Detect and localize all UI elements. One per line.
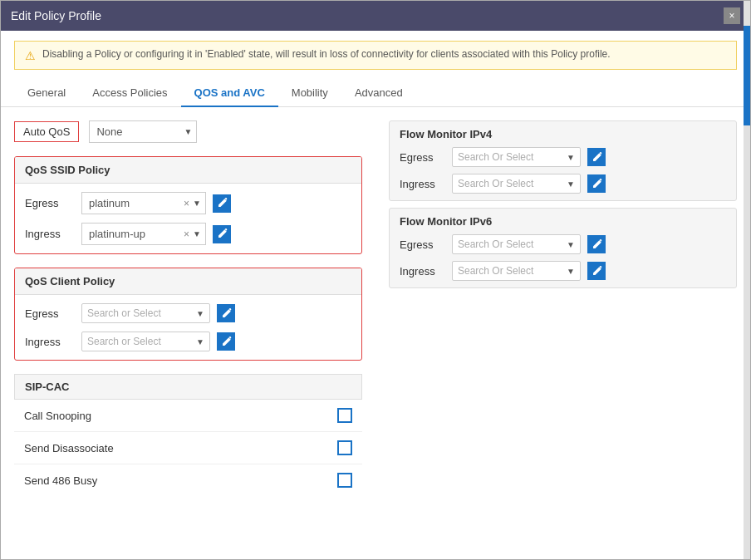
left-column: Auto QoS None ▼ QoS SSID Policy Egress xyxy=(14,120,362,496)
pencil-icon xyxy=(591,266,602,277)
call-snooping-label: Call Snooping xyxy=(24,410,91,422)
modal-title: Edit Policy Profile xyxy=(11,9,101,22)
ssid-egress-edit-button[interactable] xyxy=(213,194,231,213)
fmv6-ingress-edit-button[interactable] xyxy=(587,262,606,280)
ssid-egress-select-wrapper: platinum × ▼ xyxy=(81,192,206,214)
ssid-egress-clear-button[interactable]: × xyxy=(184,198,189,209)
ssid-ingress-clear-button[interactable]: × xyxy=(184,228,189,240)
client-ingress-arrow: ▼ xyxy=(196,337,204,346)
client-egress-arrow: ▼ xyxy=(196,309,204,318)
sip-cac-call-snooping: Call Snooping xyxy=(14,400,362,432)
auto-qos-row: Auto QoS None ▼ xyxy=(14,120,362,143)
fmv6-ingress-placeholder: Search Or Select xyxy=(458,265,533,277)
warning-icon: ⚠ xyxy=(25,49,36,62)
auto-qos-label: Auto QoS xyxy=(14,121,79,142)
fmv4-egress-row: Egress Search Or Select ▼ xyxy=(400,147,726,167)
ssid-egress-label: Egress xyxy=(25,197,75,209)
right-column: Flow Monitor IPv4 Egress Search Or Selec… xyxy=(389,120,737,496)
send-disassociate-label: Send Disassociate xyxy=(24,442,114,454)
client-egress-edit-button[interactable] xyxy=(217,304,235,322)
pencil-icon xyxy=(221,336,232,347)
client-egress-label: Egress xyxy=(25,307,75,320)
close-button[interactable]: × xyxy=(724,7,740,24)
ssid-ingress-row: Ingress platinum-up × ▼ xyxy=(25,223,351,245)
qos-ssid-policy-box: QoS SSID Policy Egress platinum × ▼ xyxy=(14,156,362,254)
fmv4-ingress-edit-button[interactable] xyxy=(587,174,606,193)
pencil-icon xyxy=(591,239,602,250)
qos-client-policy-body: Egress Search or Select ▼ Ingress xyxy=(15,295,361,360)
pencil-icon xyxy=(591,152,602,163)
content-area: Auto QoS None ▼ QoS SSID Policy Egress xyxy=(1,107,750,509)
fmv4-ingress-placeholder: Search Or Select xyxy=(458,178,533,189)
flow-monitor-ipv6-title: Flow Monitor IPv6 xyxy=(400,215,726,228)
send-disassociate-checkbox[interactable] xyxy=(337,440,352,455)
tab-advanced[interactable]: Advanced xyxy=(341,80,416,107)
client-ingress-search-select[interactable]: Search or Select ▼ xyxy=(81,332,210,351)
ssid-ingress-label: Ingress xyxy=(25,228,75,240)
fmv6-egress-label: Egress xyxy=(400,238,445,251)
fmv6-ingress-label: Ingress xyxy=(400,265,445,278)
fmv4-ingress-row: Ingress Search Or Select ▼ xyxy=(400,174,726,194)
tabs-bar: General Access Policies QOS and AVC Mobi… xyxy=(1,80,750,107)
pencil-icon xyxy=(221,308,232,319)
modal-header: Edit Policy Profile × xyxy=(1,1,750,31)
fmv6-egress-placeholder: Search Or Select xyxy=(458,238,533,250)
scrollbar[interactable] xyxy=(744,1,750,559)
pencil-icon xyxy=(217,228,228,239)
client-egress-placeholder: Search or Select xyxy=(87,307,161,319)
qos-ssid-policy-body: Egress platinum × ▼ xyxy=(15,184,361,253)
sip-cac-section: SIP-CAC Call Snooping Send Disassociate … xyxy=(14,374,362,496)
qos-client-policy-box: QoS Client Policy Egress Search or Selec… xyxy=(14,268,362,361)
ssid-ingress-edit-button[interactable] xyxy=(213,225,231,243)
fmv6-ingress-arrow: ▼ xyxy=(567,267,575,276)
client-egress-row: Egress Search or Select ▼ xyxy=(25,303,351,323)
warning-banner: ⚠ Disabling a Policy or configuring it i… xyxy=(14,41,737,70)
fmv4-egress-arrow: ▼ xyxy=(567,153,575,162)
fmv4-egress-search-select[interactable]: Search Or Select ▼ xyxy=(452,147,581,167)
client-ingress-row: Ingress Search or Select ▼ xyxy=(25,332,351,351)
warning-text: Disabling a Policy or configuring it in … xyxy=(42,48,611,60)
ssid-egress-row: Egress platinum × ▼ xyxy=(25,192,351,214)
sip-cac-title: SIP-CAC xyxy=(14,374,362,400)
tab-access-policies[interactable]: Access Policies xyxy=(79,80,180,107)
flow-monitor-ipv6-box: Flow Monitor IPv6 Egress Search Or Selec… xyxy=(389,208,737,288)
client-ingress-label: Ingress xyxy=(25,336,75,348)
tab-mobility[interactable]: Mobility xyxy=(278,80,341,107)
fmv4-egress-edit-button[interactable] xyxy=(587,148,606,166)
tab-general[interactable]: General xyxy=(14,80,79,107)
fmv4-egress-placeholder: Search Or Select xyxy=(458,151,533,163)
fmv4-ingress-search-select[interactable]: Search Or Select ▼ xyxy=(452,174,581,194)
tab-qos-avc[interactable]: QOS and AVC xyxy=(181,80,278,107)
auto-qos-dropdown[interactable]: None xyxy=(89,120,197,143)
fmv6-ingress-row: Ingress Search Or Select ▼ xyxy=(400,261,726,281)
send-486-busy-label: Send 486 Busy xyxy=(24,474,97,487)
client-ingress-edit-button[interactable] xyxy=(217,332,235,351)
flow-monitor-ipv4-box: Flow Monitor IPv4 Egress Search Or Selec… xyxy=(389,120,737,201)
qos-client-policy-title: QoS Client Policy xyxy=(15,268,361,295)
client-egress-search-select[interactable]: Search or Select ▼ xyxy=(81,303,210,323)
send-486-busy-checkbox[interactable] xyxy=(337,473,352,488)
sip-cac-send-486-busy: Send 486 Busy xyxy=(14,464,362,496)
fmv4-egress-label: Egress xyxy=(400,151,445,164)
pencil-icon xyxy=(591,179,602,189)
fmv4-ingress-arrow: ▼ xyxy=(567,179,575,189)
fmv6-egress-arrow: ▼ xyxy=(567,240,575,249)
auto-qos-dropdown-wrapper: None ▼ xyxy=(89,120,197,143)
scrollbar-thumb[interactable] xyxy=(744,26,750,125)
fmv6-ingress-search-select[interactable]: Search Or Select ▼ xyxy=(452,261,581,281)
ssid-ingress-select-wrapper: platinum-up × ▼ xyxy=(81,223,206,245)
sip-cac-send-disassociate: Send Disassociate xyxy=(14,432,362,464)
flow-monitor-ipv4-title: Flow Monitor IPv4 xyxy=(400,128,726,140)
qos-ssid-policy-title: QoS SSID Policy xyxy=(15,157,361,184)
fmv4-ingress-label: Ingress xyxy=(400,178,445,190)
pencil-icon xyxy=(217,198,228,209)
client-ingress-placeholder: Search or Select xyxy=(87,336,161,347)
call-snooping-checkbox[interactable] xyxy=(337,408,352,423)
fmv6-egress-edit-button[interactable] xyxy=(587,235,606,253)
fmv6-egress-search-select[interactable]: Search Or Select ▼ xyxy=(452,234,581,254)
fmv6-egress-row: Egress Search Or Select ▼ xyxy=(400,234,726,254)
